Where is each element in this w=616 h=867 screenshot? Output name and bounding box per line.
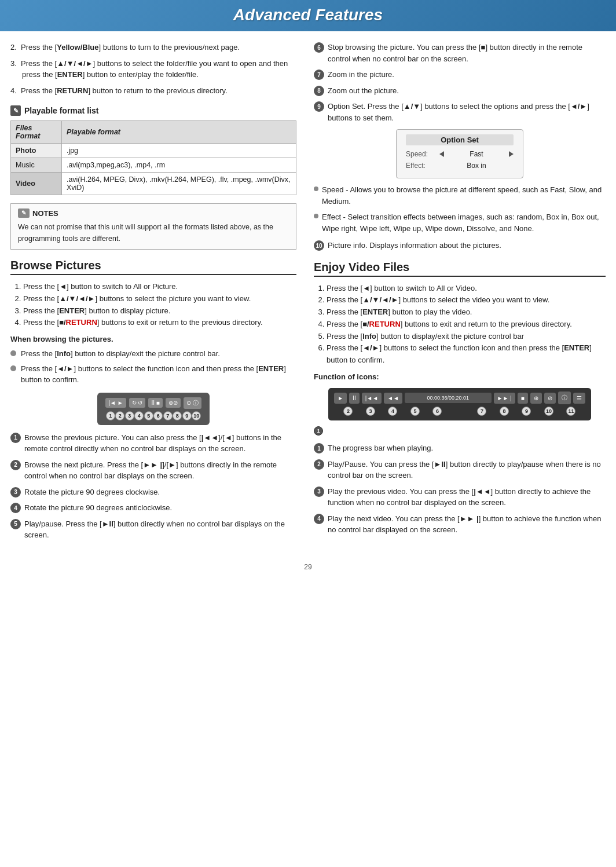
option-descriptions: Speed - Allows you to browse the picture…: [314, 184, 606, 234]
pic-text-8: Zoom out the picture.: [328, 85, 399, 97]
option-speed-value: Fast: [449, 150, 504, 158]
video-progress-bar[interactable]: 00:00:36/00:20:01: [405, 393, 492, 403]
video-item-4: 4 Play the next video. You can press the…: [314, 513, 606, 536]
video-menu-btn[interactable]: ☰: [573, 393, 585, 404]
pic-item-5: 5 Play/pause. Press the [►II] button dir…: [10, 518, 296, 541]
pic-num-10: 10: [314, 240, 324, 251]
playable-video: .avi(H.264, MPEG, Divx), .mkv(H.264, MPE…: [61, 173, 296, 195]
notes-text: We can not promise that this unit will s…: [18, 221, 289, 244]
video-ff-btn[interactable]: ►► |: [494, 393, 515, 404]
video-num-3: 3: [366, 407, 375, 416]
option-arrow-right-icon: [509, 151, 514, 157]
ctrl-play-btn[interactable]: II ■: [148, 398, 162, 408]
video-item-3: 3 Play the previous video. You can press…: [314, 486, 606, 509]
pic-text-5: Play/pause. Press the [►II] button direc…: [24, 518, 296, 541]
pic-text-9: Option Set. Press the [▲/▼] buttons to s…: [328, 101, 606, 123]
ctrl-prev-btn[interactable]: |◄ ►: [105, 398, 126, 408]
intro-item-3: 3. Press the [▲/▼/◄/►] buttons to select…: [10, 58, 296, 81]
video-num-9: 9: [522, 407, 531, 416]
video-pause-btn[interactable]: II: [349, 393, 360, 404]
ctrl-option-btn[interactable]: ⊙ ⓘ: [184, 397, 201, 409]
ctrl-zoom-btn[interactable]: ⊕⊘: [166, 398, 181, 408]
playable-format-section: ✎ Playable format list Files Format Play…: [10, 105, 296, 250]
video-control-bar-wrap: ► II |◄◄ ◄◄ 00:00:36/00:20:01 ►► | ■ ⊕ ⊘…: [314, 388, 606, 436]
ctrl-num-3: 3: [125, 411, 134, 420]
picture-control-bar: |◄ ► ↻ ↺ II ■ ⊕⊘ ⊙ ⓘ: [97, 393, 209, 425]
video-play-btn[interactable]: ►: [334, 393, 347, 404]
pic-num-3: 3: [10, 487, 21, 497]
control-bar-numbers: 1 2 3 4 5 6 7 8 9 10: [105, 409, 201, 420]
pic-num-8: 8: [314, 86, 324, 96]
option-arrow-left-icon: [439, 151, 444, 157]
video-ctrl-row: ► II |◄◄ ◄◄ 00:00:36/00:20:01 ►► | ■ ⊕ ⊘…: [334, 392, 585, 404]
page-number: 29: [304, 563, 311, 571]
control-bar-buttons: |◄ ► ↻ ↺ II ■ ⊕⊘ ⊙ ⓘ: [105, 397, 201, 409]
ctrl-num-4: 4: [134, 411, 144, 420]
table-row: Video .avi(H.264, MPEG, Divx), .mkv(H.26…: [11, 173, 296, 195]
pic-item-8: 8 Zoom out the picture.: [314, 85, 606, 97]
pic-num-5: 5: [10, 519, 21, 529]
enjoy-steps-list: Press the [◄] button to switch to All or…: [314, 283, 606, 367]
video-info-btn[interactable]: ⓘ: [558, 392, 571, 404]
intro-item-2: 2. Press the [Yellow/Blue] buttons to tu…: [10, 42, 296, 53]
video-prev-btn[interactable]: |◄◄: [362, 393, 382, 404]
video-item-1: 1 The progress bar when playing.: [314, 442, 606, 454]
pic-text-2: Browse the next picture. Press the [►► |…: [24, 459, 296, 482]
enjoy-step-3: Press the [ENTER] button to play the vid…: [327, 306, 606, 319]
table-header-format: Files Format: [11, 121, 62, 144]
pic-item-4: 4 Rotate the picture 90 degrees anticloc…: [10, 502, 296, 514]
browse-step-1: Press the [◄] button to switch to All or…: [23, 281, 296, 293]
table-row: Music .avi(mp3,mpeg,ac3), .mp4, .rm: [11, 158, 296, 173]
pic-num-7: 7: [314, 69, 324, 80]
right-top-numbered: 6 Stop browsing the picture. You can pre…: [314, 42, 606, 123]
pic-item-10: 10 Picture info. Displays information ab…: [314, 240, 606, 251]
pic-text-6: Stop browsing the picture. You can press…: [328, 42, 606, 64]
note-icon: ✎: [10, 105, 21, 116]
option-effect-value: Box in: [439, 162, 514, 170]
page-title: Advanced Features: [0, 6, 616, 24]
ctrl-group-5: ⊙ ⓘ: [184, 397, 201, 409]
playable-format-title: ✎ Playable format list: [10, 105, 296, 116]
video-sub-btn[interactable]: ⊘: [544, 393, 556, 404]
video-stop-btn[interactable]: ■: [518, 393, 528, 404]
pic-item-9: 9 Option Set. Press the [▲/▼] buttons to…: [314, 101, 606, 123]
format-music: Music: [11, 158, 62, 173]
playable-photo: .jpg: [61, 144, 296, 158]
pic-text-3: Rotate the picture 90 degrees clockwise.: [24, 486, 296, 498]
pic-item-3: 3 Rotate the picture 90 degrees clockwis…: [10, 486, 296, 498]
video-eq-btn[interactable]: ⊕: [530, 393, 542, 404]
when-browsing-item-1: Press the [Info] button to display/exit …: [10, 348, 296, 360]
enjoy-step-1: Press the [◄] button to switch to All or…: [327, 283, 606, 295]
video-num-2: 2: [343, 407, 353, 416]
speed-desc: Speed - Allows you to browse the picture…: [314, 184, 606, 207]
video-num-10: 10: [544, 407, 553, 416]
page-header: Advanced Features: [0, 0, 616, 31]
ctrl-rotate-cw-btn[interactable]: ↻ ↺: [129, 398, 146, 408]
enjoy-step-2: Press the [▲/▼/◄/►] buttons to select th…: [327, 294, 606, 306]
intro-list: 2. Press the [Yellow/Blue] buttons to tu…: [10, 42, 296, 96]
table-row: Photo .jpg: [11, 144, 296, 158]
ctrl-num-2: 2: [115, 411, 124, 420]
pic-item-6: 6 Stop browsing the picture. You can pre…: [314, 42, 606, 64]
notes-box: ✎ NOTES We can not promise that this uni…: [10, 203, 296, 250]
effect-desc: Effect - Select transition effects betwe…: [314, 211, 606, 234]
video-num-circle-2: 2: [314, 459, 324, 470]
option-set-box: Option Set Speed: Fast Effect: Box in: [396, 129, 523, 178]
main-content: 2. Press the [Yellow/Blue] buttons to tu…: [0, 42, 616, 546]
ctrl-group-4: ⊕⊘: [166, 398, 181, 408]
enjoy-video-section: Enjoy Video Files Press the [◄] button t…: [314, 261, 606, 536]
option-speed-row: Speed: Fast: [406, 150, 514, 158]
ctrl-group-3: II ■: [148, 398, 162, 408]
dot-icon: [314, 186, 318, 191]
enjoy-video-title: Enjoy Video Files: [314, 261, 606, 277]
video-num-circle-4: 4: [314, 514, 324, 524]
video-num-5: 5: [410, 407, 420, 416]
bullet-dot-icon: [10, 365, 16, 371]
browse-steps-list: Press the [◄] button to switch to All or…: [10, 281, 296, 329]
format-photo: Photo: [11, 144, 62, 158]
pic-item-2: 2 Browse the next picture. Press the [►►…: [10, 459, 296, 482]
video-control-bar: ► II |◄◄ ◄◄ 00:00:36/00:20:01 ►► | ■ ⊕ ⊘…: [328, 388, 591, 420]
pic-num-6: 6: [314, 42, 324, 53]
video-next-btn[interactable]: ◄◄: [384, 393, 402, 404]
pic-item-1: 1 Browse the previous picture. You can a…: [10, 432, 296, 455]
